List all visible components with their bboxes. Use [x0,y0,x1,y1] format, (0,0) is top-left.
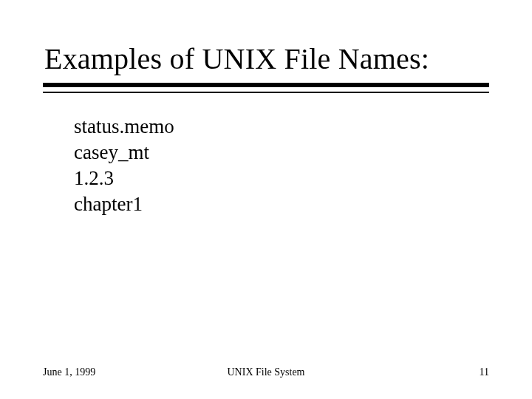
title-rule-thick [43,83,489,87]
list-item: casey_mt [74,140,174,166]
list-item: chapter1 [74,191,174,217]
footer: June 1, 1999 UNIX File System 11 [43,366,489,378]
example-list: status.memo casey_mt 1.2.3 chapter1 [74,114,174,217]
list-item: 1.2.3 [74,166,174,191]
list-item: status.memo [74,114,174,140]
footer-title: UNIX File System [228,366,305,378]
title-rule-thin [43,92,489,93]
footer-page: 11 [480,366,489,378]
footer-date: June 1, 1999 [43,366,95,378]
slide-title: Examples of UNIX File Names: [44,41,429,76]
slide: Examples of UNIX File Names: status.memo… [0,0,532,399]
